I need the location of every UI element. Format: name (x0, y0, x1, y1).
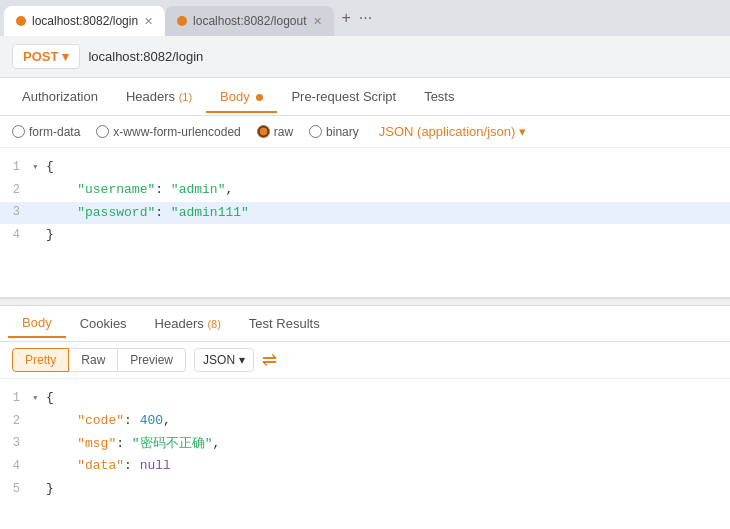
json-type-selector[interactable]: JSON (application/json) ▾ (379, 124, 527, 139)
option-urlencoded[interactable]: x-www-form-urlencoded (96, 125, 240, 139)
resp-tab-body[interactable]: Body (8, 309, 66, 338)
json-type-arrow: ▾ (519, 124, 526, 139)
code-line-2: 2 "username": "admin", (0, 179, 730, 202)
headers-badge: (1) (179, 91, 192, 103)
section-divider (0, 298, 730, 306)
tab-close-inactive[interactable]: ✕ (313, 15, 322, 28)
body-dot (256, 94, 263, 101)
response-code-editor: 1 ▾ { 2 "code": 400, 3 "msg": "密码不正确", 4… (0, 379, 730, 509)
tab-headers[interactable]: Headers (1) (112, 81, 206, 112)
method-arrow: ▾ (62, 49, 69, 64)
browser-tabs-bar: localhost:8082/login ✕ localhost:8082/lo… (0, 0, 730, 36)
resp-line-3: 3 "msg": "密码不正确", (0, 433, 730, 456)
url-bar: POST ▾ (0, 36, 730, 78)
browser-tab-inactive[interactable]: localhost:8082/logout ✕ (165, 6, 333, 36)
browser-tab-active[interactable]: localhost:8082/login ✕ (4, 6, 165, 36)
json-format-selector[interactable]: JSON ▾ (194, 348, 254, 372)
resp-tab-headers[interactable]: Headers (8) (141, 310, 235, 337)
tab-url-inactive: localhost:8082/logout (193, 14, 306, 28)
resp-line-2: 2 "code": 400, (0, 410, 730, 433)
tab-dot-active (16, 16, 26, 26)
new-tab-button[interactable]: + (342, 9, 351, 27)
method-label: POST (23, 49, 58, 64)
code-line-1: 1 ▾ { (0, 156, 730, 179)
method-selector[interactable]: POST ▾ (12, 44, 80, 69)
format-pretty[interactable]: Pretty (12, 348, 69, 372)
request-tabs: Authorization Headers (1) Body Pre-reque… (0, 78, 730, 116)
tab-body[interactable]: Body (206, 81, 277, 112)
tab-prerequest[interactable]: Pre-request Script (277, 81, 410, 112)
option-binary[interactable]: binary (309, 125, 359, 139)
option-form-data[interactable]: form-data (12, 125, 80, 139)
code-line-4: 4 } (0, 224, 730, 247)
format-preview[interactable]: Preview (118, 348, 186, 372)
more-tabs-button[interactable]: ··· (359, 9, 372, 27)
resp-line-1: 1 ▾ { (0, 387, 730, 410)
tab-close-active[interactable]: ✕ (144, 15, 153, 28)
resp-headers-badge: (8) (207, 318, 220, 330)
response-tabs: Body Cookies Headers (8) Test Results (0, 306, 730, 342)
resp-line-5: 5 } (0, 478, 730, 501)
tab-tests[interactable]: Tests (410, 81, 468, 112)
url-input[interactable] (88, 49, 718, 64)
body-options: form-data x-www-form-urlencoded raw bina… (0, 116, 730, 148)
code-line-3: 3 "password": "admin111" (0, 202, 730, 225)
resp-line-4: 4 "data": null (0, 455, 730, 478)
json-format-arrow: ▾ (239, 353, 245, 367)
response-toolbar: Pretty Raw Preview JSON ▾ ⇌ (0, 342, 730, 379)
resp-tab-cookies[interactable]: Cookies (66, 310, 141, 337)
tab-url-active: localhost:8082/login (32, 14, 138, 28)
request-code-editor[interactable]: 1 ▾ { 2 "username": "admin", 3 "password… (0, 148, 730, 298)
tab-authorization[interactable]: Authorization (8, 81, 112, 112)
option-raw[interactable]: raw (257, 125, 293, 139)
wrap-icon[interactable]: ⇌ (262, 349, 277, 371)
resp-tab-test-results[interactable]: Test Results (235, 310, 334, 337)
tab-dot-inactive (177, 16, 187, 26)
tab-actions: + ··· (342, 9, 373, 27)
format-raw[interactable]: Raw (69, 348, 118, 372)
